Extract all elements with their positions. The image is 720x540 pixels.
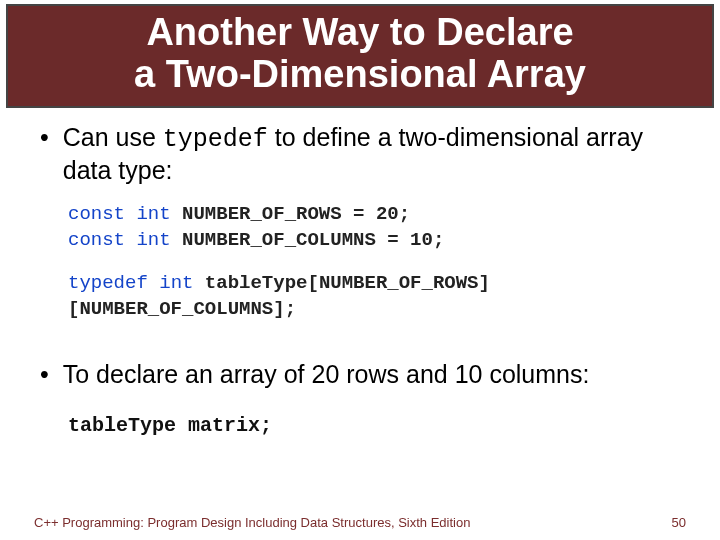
bullet-dot-icon: •	[40, 122, 49, 187]
code-line: typedef int tableType[NUMBER_OF_ROWS][NU…	[68, 271, 682, 322]
code-line: const int NUMBER_OF_COLUMNS = 10;	[68, 228, 682, 254]
code-block-declare: tableType matrix;	[68, 412, 682, 439]
bullet-item: • To declare an array of 20 rows and 10 …	[38, 359, 682, 390]
slide-body: • Can use typedef to define a two-dimens…	[0, 108, 720, 439]
code-blank-line	[68, 253, 682, 271]
code-keyword: int	[159, 272, 193, 294]
code-identifier: NUMBER_OF_COLUMNS = 10;	[182, 229, 444, 251]
code-line: const int NUMBER_OF_ROWS = 20;	[68, 202, 682, 228]
code-identifier: NUMBER_OF_ROWS = 20;	[182, 203, 410, 225]
code-keyword: int	[136, 229, 170, 251]
title-line-1: Another Way to Declare	[146, 11, 573, 53]
code-block-typedef: const int NUMBER_OF_ROWS = 20; const int…	[68, 202, 682, 323]
bullet-text: Can use typedef to define a two-dimensio…	[63, 122, 682, 187]
bullet-dot-icon: •	[40, 359, 49, 390]
spacer	[38, 331, 682, 359]
bullet-item: • Can use typedef to define a two-dimens…	[38, 122, 682, 187]
title-line-2: a Two-Dimensional Array	[134, 53, 586, 95]
bullet-text-code: typedef	[163, 125, 268, 154]
code-keyword: const	[68, 203, 125, 225]
footer-source: C++ Programming: Program Design Includin…	[34, 515, 470, 530]
title-bar: Another Way to Declare a Two-Dimensional…	[6, 4, 714, 108]
code-keyword: typedef	[68, 272, 148, 294]
footer-page-number: 50	[672, 515, 686, 530]
code-keyword: int	[136, 203, 170, 225]
code-keyword: const	[68, 229, 125, 251]
bullet-text: To declare an array of 20 rows and 10 co…	[63, 359, 682, 390]
slide-title: Another Way to Declare a Two-Dimensional…	[28, 12, 692, 96]
bullet-text-pre: Can use	[63, 123, 163, 151]
code-line: tableType matrix;	[68, 414, 272, 437]
slide: Another Way to Declare a Two-Dimensional…	[0, 4, 720, 540]
slide-footer: C++ Programming: Program Design Includin…	[0, 515, 720, 530]
